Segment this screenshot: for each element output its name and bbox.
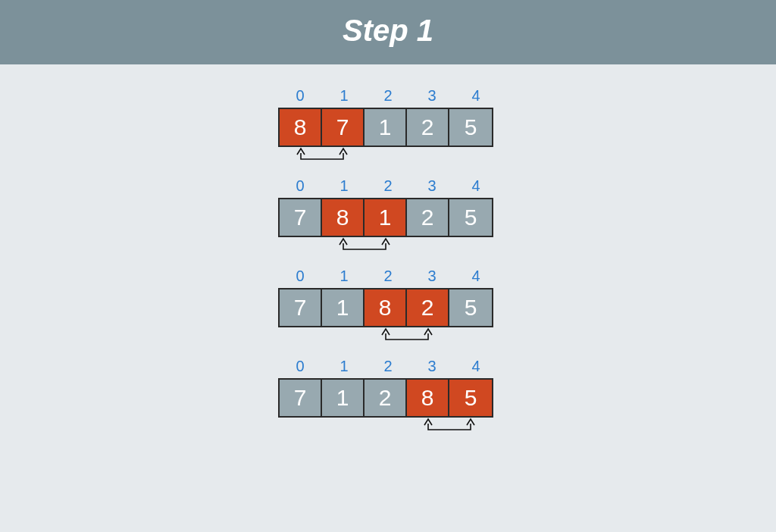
array-cell-highlighted: 8	[280, 109, 322, 146]
array-pass: 0123471825	[278, 268, 498, 347]
array-cell-highlighted: 8	[407, 380, 449, 416]
index-row: 01234	[278, 177, 498, 198]
array-cell: 1	[322, 289, 365, 326]
array-index: 0	[278, 177, 322, 198]
array-cell-highlighted: 2	[407, 289, 449, 326]
array-row: 78125	[278, 198, 493, 237]
array-cell: 7	[280, 380, 322, 416]
array-index: 1	[322, 358, 366, 378]
array-index: 2	[366, 268, 410, 288]
array-cell-highlighted: 1	[365, 199, 407, 236]
array-index: 4	[454, 177, 498, 198]
swap-indicator-row	[278, 418, 498, 437]
array-cell: 1	[365, 109, 407, 146]
array-index: 1	[322, 268, 366, 288]
array-index: 4	[454, 268, 498, 288]
array-index: 1	[322, 87, 366, 108]
diagram-content: 0123487125012347812501234718250123471285	[0, 64, 776, 437]
swap-arrow-icon	[278, 327, 493, 347]
array-index: 3	[410, 268, 454, 288]
swap-indicator-row	[278, 237, 498, 257]
index-row: 01234	[278, 87, 498, 108]
array-cell: 5	[449, 109, 492, 146]
array-index: 0	[278, 358, 322, 378]
array-cell-highlighted: 7	[322, 109, 365, 146]
array-cell: 7	[280, 199, 322, 236]
swap-indicator-row	[278, 327, 498, 347]
array-index: 2	[366, 358, 410, 378]
array-row: 71285	[278, 378, 493, 418]
array-cell: 7	[280, 289, 322, 326]
swap-arrow-icon	[278, 237, 493, 257]
array-cell: 1	[322, 380, 365, 416]
array-row: 71825	[278, 288, 493, 327]
array-cell-highlighted: 8	[365, 289, 407, 326]
array-cell: 2	[407, 199, 449, 236]
array-cell: 5	[449, 199, 492, 236]
index-row: 01234	[278, 358, 498, 378]
swap-arrow-icon	[278, 418, 493, 437]
array-cell-highlighted: 8	[322, 199, 365, 236]
array-index: 3	[410, 358, 454, 378]
array-pass: 0123487125	[278, 87, 498, 167]
array-index: 3	[410, 87, 454, 108]
array-index: 0	[278, 87, 322, 108]
array-cell: 2	[407, 109, 449, 146]
index-row: 01234	[278, 268, 498, 288]
array-cell: 2	[365, 380, 407, 416]
swap-indicator-row	[278, 147, 498, 167]
swap-arrow-icon	[278, 147, 493, 167]
array-pass: 0123471285	[278, 358, 498, 437]
array-pass: 0123478125	[278, 177, 498, 257]
array-index: 4	[454, 87, 498, 108]
array-cell-highlighted: 5	[449, 380, 492, 416]
array-index: 2	[366, 177, 410, 198]
array-index: 4	[454, 358, 498, 378]
array-index: 2	[366, 87, 410, 108]
array-row: 87125	[278, 108, 493, 147]
step-header: Step 1	[0, 0, 776, 64]
array-index: 1	[322, 177, 366, 198]
array-index: 0	[278, 268, 322, 288]
step-title: Step 1	[343, 14, 433, 47]
array-cell: 5	[449, 289, 492, 326]
array-index: 3	[410, 177, 454, 198]
